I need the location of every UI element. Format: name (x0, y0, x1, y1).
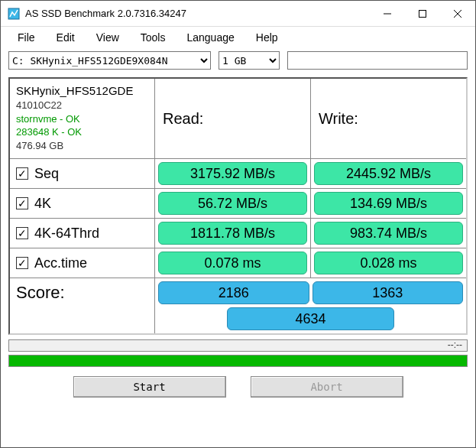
maximize-button[interactable] (405, 2, 440, 26)
score-total: 4634 (227, 307, 394, 330)
abort-button[interactable]: Abort (251, 376, 403, 398)
menu-file[interactable]: File (7, 28, 46, 47)
drive-info: SKHynix_HFS512GDE 41010C22 stornvme - OK… (10, 79, 155, 158)
4k64-label: 4K-64Thrd (34, 226, 99, 242)
close-button[interactable] (440, 2, 475, 26)
seq-write: 2445.92 MB/s (314, 162, 463, 185)
titlebar: AS SSD Benchmark 2.0.7316.34247 (1, 1, 475, 27)
acc-read: 0.078 ms (158, 252, 307, 274)
header-read: Read: (155, 79, 311, 158)
acc-checkbox[interactable]: ✓ (16, 257, 28, 269)
drive-capacity: 476.94 GB (16, 139, 63, 153)
seq-label: Seq (34, 166, 59, 182)
menubar: File Edit View Tools Language Help (1, 27, 475, 48)
drive-firmware: 41010C22 (16, 99, 62, 112)
progress-bar-2 (8, 355, 468, 367)
alignment-status: 283648 K - OK (16, 125, 82, 139)
4k-read: 56.72 MB/s (158, 192, 307, 215)
menu-tools[interactable]: Tools (130, 28, 176, 47)
progress-time: --:-- (448, 339, 462, 350)
svg-rect-2 (419, 10, 426, 17)
minimize-button[interactable] (370, 2, 405, 26)
score-label: Score: (10, 278, 155, 333)
acc-write: 0.028 ms (314, 252, 463, 274)
4k64-checkbox[interactable]: ✓ (16, 227, 28, 239)
app-icon (7, 7, 21, 21)
size-select[interactable]: 1 GB (219, 51, 280, 70)
seq-checkbox[interactable]: ✓ (16, 167, 28, 180)
menu-view[interactable]: View (86, 28, 130, 47)
driver-status: stornvme - OK (16, 112, 80, 126)
menu-edit[interactable]: Edit (46, 28, 86, 47)
score-write: 1363 (312, 281, 464, 304)
menu-help[interactable]: Help (245, 28, 289, 47)
seq-read: 3175.92 MB/s (158, 162, 307, 185)
menu-language[interactable]: Language (176, 28, 244, 47)
drive-select[interactable]: C: SKHynix_HFS512GDE9X084N (8, 51, 211, 70)
start-button[interactable]: Start (73, 376, 226, 398)
header-write: Write: (311, 79, 466, 158)
filter-input[interactable] (287, 51, 468, 70)
drive-name: SKHynix_HFS512GDE (16, 83, 133, 99)
4k-label: 4K (34, 196, 51, 212)
4k64-read: 1811.78 MB/s (158, 222, 307, 245)
window-title: AS SSD Benchmark 2.0.7316.34247 (25, 8, 186, 19)
4k-checkbox[interactable]: ✓ (16, 197, 28, 209)
score-read: 2186 (158, 281, 309, 304)
4k-write: 134.69 MB/s (314, 192, 463, 215)
results-panel: SKHynix_HFS512GDE 41010C22 stornvme - OK… (8, 77, 468, 335)
progress-bar-1: --:-- (8, 339, 468, 352)
acc-label: Acc.time (34, 255, 87, 271)
4k64-write: 983.74 MB/s (314, 222, 463, 245)
